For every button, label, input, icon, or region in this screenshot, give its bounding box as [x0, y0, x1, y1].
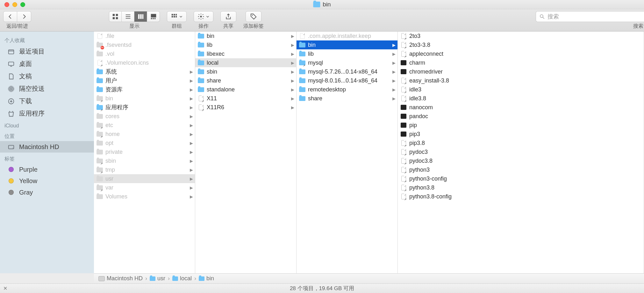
file-row[interactable]: lib▶	[195, 40, 296, 49]
action-button[interactable]	[194, 11, 213, 22]
file-row[interactable]: ↗mysql▶	[297, 58, 397, 67]
file-row[interactable]: ↗easy_install-3.8	[398, 76, 644, 85]
sidebar-item[interactable]: Yellow	[0, 175, 94, 187]
sidebar-item[interactable]: 文稿	[0, 70, 94, 82]
file-row[interactable]: ↗2to3	[398, 32, 644, 40]
sidebar-section-header: 个人收藏	[0, 34, 94, 45]
list-view-button[interactable]	[122, 11, 134, 22]
file-row[interactable]: ↗python3.8-config	[398, 192, 644, 201]
chevron-right-icon: ▶	[190, 114, 193, 119]
file-row[interactable]: libexec▶	[195, 49, 296, 58]
breadcrumb-item[interactable]: bin	[199, 275, 214, 282]
file-row[interactable]: ↗.VolumeIcon.icns	[94, 58, 195, 67]
folder-icon	[97, 69, 103, 75]
file-row[interactable]: .vol	[94, 49, 195, 58]
file-row[interactable]: ↗pydoc3.8	[398, 156, 644, 165]
file-row[interactable]: .file	[94, 32, 195, 40]
file-row[interactable]: ↗python3.8	[398, 183, 644, 192]
folder-icon	[97, 149, 103, 155]
file-name: 2to3-3.8	[409, 42, 430, 48]
file-row[interactable]: ↗X11▶	[195, 94, 296, 103]
file-row[interactable]: pip	[398, 121, 644, 130]
sidebar-item[interactable]: 隔空投送	[0, 82, 94, 95]
search-input[interactable]: 搜索	[536, 11, 644, 22]
file-row[interactable]: ↗pip3.8	[398, 139, 644, 147]
chevron-right-icon	[21, 13, 28, 20]
folder-icon	[299, 87, 305, 92]
file-row[interactable]: ↗appleconnect	[398, 49, 644, 58]
file-row[interactable]: ↗var▶	[94, 183, 195, 192]
breadcrumb-label: usr	[157, 275, 165, 282]
file-row[interactable]: ↗sbin▶	[94, 156, 195, 165]
file-row[interactable]: sbin▶	[195, 67, 296, 76]
close-window-button[interactable]	[4, 2, 9, 7]
file-row[interactable]: .fseventsd⛔	[94, 40, 195, 49]
sidebar-item[interactable]: 下载	[0, 95, 94, 107]
file-row[interactable]: mysql-5.7.26...0.14-x86_64▶	[297, 67, 397, 76]
file-row[interactable]: ↗home▶	[94, 130, 195, 139]
file-row[interactable]: standalone▶	[195, 85, 296, 94]
sidebar-item[interactable]: Purple	[0, 164, 94, 175]
main: 个人收藏最近项目桌面文稿隔空投送下载应用程序iCloud位置Macintosh …	[0, 32, 644, 273]
resize-icon[interactable]: ✕	[3, 285, 7, 291]
file-row[interactable]: opt▶	[94, 139, 195, 147]
file-row[interactable]: bin▶	[195, 32, 296, 40]
file-row[interactable]: lib▶	[297, 49, 397, 58]
file-row[interactable]: usr▶	[94, 174, 195, 183]
file-row[interactable]: private▶	[94, 147, 195, 156]
forward-button[interactable]	[17, 11, 31, 22]
file-row[interactable]: .com.apple.installer.keep	[297, 32, 397, 40]
file-row[interactable]: ↗python3	[398, 165, 644, 174]
file-name: opt	[105, 140, 113, 146]
file-row[interactable]: ↗idle3	[398, 85, 644, 94]
file-row[interactable]: share▶	[195, 76, 296, 85]
svg-rect-24	[9, 50, 14, 54]
sidebar-item[interactable]: 最近项目	[0, 45, 94, 58]
breadcrumb-item[interactable]: Macintosh HD	[98, 275, 143, 282]
file-row[interactable]: ↗etc▶	[94, 121, 195, 130]
gallery-view-button[interactable]	[147, 11, 160, 22]
file-row[interactable]: share▶	[297, 94, 397, 103]
file-row[interactable]: ↗X11R6▶	[195, 103, 296, 112]
back-button[interactable]	[3, 11, 17, 22]
sidebar-item[interactable]: 桌面	[0, 58, 94, 70]
file-row[interactable]: chromedriver	[398, 67, 644, 76]
file-row[interactable]: Volumes▶	[94, 192, 195, 201]
file-row[interactable]: ↗2to3-3.8	[398, 40, 644, 49]
file-row[interactable]: cores▶	[94, 112, 195, 121]
file-row[interactable]: ↗应用程序▶	[94, 103, 195, 112]
column-view-button[interactable]	[134, 11, 147, 22]
file-row[interactable]: 系统▶	[94, 67, 195, 76]
alias-badge-icon: ↗	[404, 46, 407, 49]
folder-icon	[97, 51, 103, 57]
group-button[interactable]	[167, 11, 187, 22]
file-row[interactable]: 用户▶	[94, 76, 195, 85]
file-row[interactable]: remotedesktop▶	[297, 85, 397, 94]
file-row[interactable]: ↗pydoc3	[398, 147, 644, 156]
file-row[interactable]: ↗bin▶	[94, 94, 195, 103]
icon-view-button[interactable]	[109, 11, 122, 22]
file-row[interactable]: 资源库▶	[94, 85, 195, 94]
file-row[interactable]: nanocom	[398, 103, 644, 112]
share-button[interactable]	[220, 11, 236, 22]
breadcrumb-item[interactable]: local	[172, 275, 192, 282]
file-row[interactable]: mysql-8.0.16...0.14-x86_64▶	[297, 76, 397, 85]
group-group: 群组	[167, 11, 187, 30]
file-row[interactable]: ↗python3-config	[398, 174, 644, 183]
file-row[interactable]: ↗idle3.8	[398, 94, 644, 103]
sidebar-item[interactable]: Gray	[0, 187, 94, 198]
file-row[interactable]: bin▶	[297, 40, 397, 49]
zoom-window-button[interactable]	[20, 2, 25, 7]
alias-badge-icon: ↗	[100, 189, 103, 192]
file-row[interactable]: charm	[398, 58, 644, 67]
file-row[interactable]: pip3	[398, 130, 644, 139]
minimize-window-button[interactable]	[12, 2, 17, 7]
sidebar-item[interactable]: Macintosh HD	[0, 141, 94, 153]
svg-rect-11	[151, 18, 152, 19]
file-row[interactable]: local▶	[195, 58, 296, 67]
file-row[interactable]: pandoc	[398, 112, 644, 121]
sidebar-item[interactable]: 应用程序	[0, 107, 94, 120]
file-row[interactable]: ↗tmp▶	[94, 165, 195, 174]
tags-button[interactable]	[246, 11, 261, 22]
breadcrumb-item[interactable]: usr	[150, 275, 165, 282]
